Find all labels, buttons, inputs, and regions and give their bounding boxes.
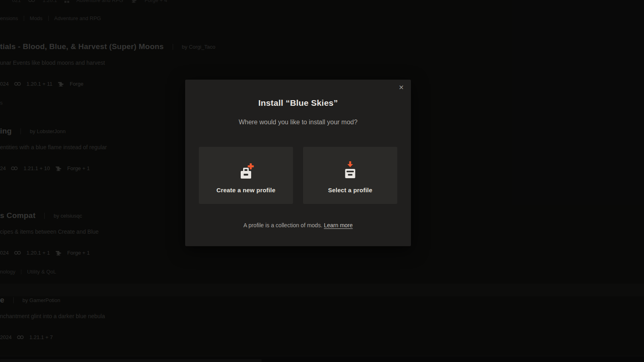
close-icon: ✕ [398, 84, 404, 91]
profile-help-text: A profile is a collection of mods. [244, 222, 322, 228]
close-button[interactable]: ✕ [396, 83, 406, 93]
create-new-profile-label: Create a new profile [217, 187, 276, 193]
toolbox-plus-icon [237, 159, 255, 182]
modal-title: Install “Blue Skies” [185, 98, 411, 108]
modal-subtitle: Where would you like to install your mod… [185, 119, 411, 126]
install-modal: ✕ Install “Blue Skies” Where would you l… [185, 80, 411, 246]
app-window: 021 1.20.1 Adventure and RPG Forge + 4 e… [0, 0, 644, 362]
create-new-profile-card[interactable]: Create a new profile [199, 147, 293, 204]
install-options: Create a new profile [199, 147, 397, 204]
select-profile-card[interactable]: Select a profile [303, 147, 397, 204]
archive-download-icon [341, 159, 359, 182]
select-profile-label: Select a profile [328, 187, 372, 193]
profile-help-note: A profile is a collection of mods. Learn… [185, 222, 411, 228]
learn-more-link[interactable]: Learn more [324, 222, 353, 228]
